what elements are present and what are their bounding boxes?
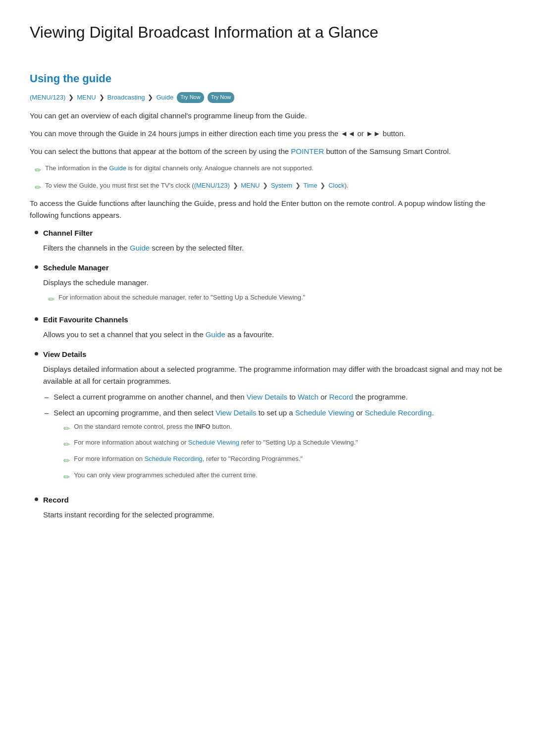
inner-note-1-text: For more information about watching or S… [74,438,358,448]
di0-watch: Watch [298,393,319,401]
note2-clock: Clock [328,182,345,189]
breadcrumb-menu123: (MENU/123) [30,93,65,103]
view-details-dash-list: – Select a current programme on another … [45,391,505,486]
breadcrumb: (MENU/123) ❯ MENU ❯ Broadcasting ❯ Guide… [30,92,505,103]
pencil-icon-1: ✏ [35,164,41,177]
pencil-icon-in1: ✏ [63,438,70,451]
cf-guide-link: Guide [130,244,150,252]
note2-system: System [271,182,292,189]
bullet-desc-view-details: Displays detailed information about a se… [43,363,505,387]
list-item-edit-favourites: Edit Favourite Channels Allows you to se… [35,314,505,341]
inner-note-0-text: On the standard remote control, press th… [74,422,232,432]
bullet-desc-record: Starts instant recording for the selecte… [43,509,505,521]
note2-time: Time [303,182,317,189]
in2-schedule-recording: Schedule Recording [145,455,203,462]
dash-sym-1: – [45,407,49,486]
di0-view-details: View Details [247,393,287,401]
bullet-desc-edit-favourites: Allows you to set a channel that you sel… [43,329,505,341]
body-text-4: To access the Guide functions after laun… [30,198,505,221]
section-title: Using the guide [30,70,505,87]
dash-item-0: – Select a current programme on another … [45,391,505,403]
breadcrumb-menu: MENU [77,93,96,103]
bullet-title-channel-filter: Channel Filter [43,227,93,239]
note-1-text: The information in the Guide is for digi… [45,163,314,174]
bullet-title-edit-favourites: Edit Favourite Channels [43,314,128,326]
list-item-schedule-manager: Schedule Manager Displays the schedule m… [35,262,505,306]
list-item-record: Record Starts instant recording for the … [35,494,505,521]
inner-note-2: ✏ For more information on Schedule Recor… [63,454,433,467]
bullet-title-schedule-manager: Schedule Manager [43,262,109,274]
bullet-desc-channel-filter: Filters the channels in the Guide screen… [43,242,505,254]
inner-notes: ✏ On the standard remote control, press … [63,422,433,483]
dash-item-1-content: Select an upcoming programme, and then s… [54,407,433,486]
schedule-manager-note: ✏ For information about the schedule man… [43,293,505,306]
di0-record: Record [329,393,353,401]
breadcrumb-arrow3: ❯ [148,93,153,103]
note2-menu: MENU [241,182,260,189]
pencil-icon-in2: ✏ [63,454,70,467]
pencil-icon-sm: ✏ [48,293,54,306]
body3-pre: You can select the buttons that appear a… [30,147,291,155]
dash-item-1: – Select an upcoming programme, and then… [45,407,505,486]
breadcrumb-broadcasting: Broadcasting [107,93,145,103]
bullet-desc-schedule-manager: Displays the schedule manager. [43,277,505,289]
bullet-dot [35,352,38,355]
note1-guide: Guide [109,164,126,172]
note-2: ✏ To view the Guide, you must first set … [35,181,505,194]
inner-note-3-text: You can only view programmes scheduled a… [74,470,257,481]
in1-schedule-viewing: Schedule Viewing [188,439,239,446]
bullet-dot [35,265,38,269]
note2-arrow3: ❯ [295,182,301,189]
list-item-view-details: View Details Displays detailed informati… [35,349,505,486]
di1-schedule-viewing: Schedule Viewing [295,408,354,417]
note-2-text: To view the Guide, you must first set th… [45,181,348,191]
bullet-title-record: Record [43,494,69,506]
body3-pointer: POINTER [291,147,324,155]
bullet-title-view-details: View Details [43,349,86,360]
ef-guide-link: Guide [206,330,225,339]
body3-post: button of the Samsung Smart Control. [324,147,451,155]
dash-item-1-text: Select an upcoming programme, and then s… [54,407,433,419]
inner-note-1: ✏ For more information about watching or… [63,438,433,451]
dash-sym-0: – [45,391,49,403]
note2-arrow1: ❯ [233,182,238,189]
bullet-dot [35,498,38,501]
pencil-icon-in0: ✏ [63,422,70,435]
pencil-icon-2: ✏ [35,181,41,194]
bullet-list: Channel Filter Filters the channels in t… [35,227,505,521]
note-1: ✏ The information in the Guide is for di… [35,163,505,177]
page-title: Viewing Digital Broadcast Information at… [30,20,505,50]
inner-note-3: ✏ You can only view programmes scheduled… [63,470,433,484]
list-item-channel-filter: Channel Filter Filters the channels in t… [35,227,505,254]
breadcrumb-guide: Guide [156,93,173,103]
bullet-dot [35,317,38,321]
dash-item-0-text: Select a current programme on another ch… [54,391,408,403]
inner-note-0: ✏ On the standard remote control, press … [63,422,433,435]
body-text-2: You can move through the Guide in 24 hou… [30,128,505,140]
inner-note-2-text: For more information on Schedule Recordi… [74,454,303,464]
di1-view-details: View Details [215,408,256,417]
bullet-dot [35,231,38,234]
sm-note-text: For information about the schedule manag… [58,293,305,303]
breadcrumb-arrow1: ❯ [68,93,74,103]
pencil-icon-in3: ✏ [63,471,70,484]
note2-arrow4: ❯ [320,182,325,189]
note2-menu123: (MENU/123) [194,182,230,189]
note2-arrow2: ❯ [263,182,268,189]
try-now-button-1[interactable]: Try Now [177,92,204,103]
di1-schedule-recording: Schedule Recording [365,408,432,417]
body-text-1: You can get an overview of each digital … [30,110,505,122]
body-text-3: You can select the buttons that appear a… [30,146,505,157]
try-now-button-2[interactable]: Try Now [208,92,235,103]
breadcrumb-arrow2: ❯ [99,93,105,103]
